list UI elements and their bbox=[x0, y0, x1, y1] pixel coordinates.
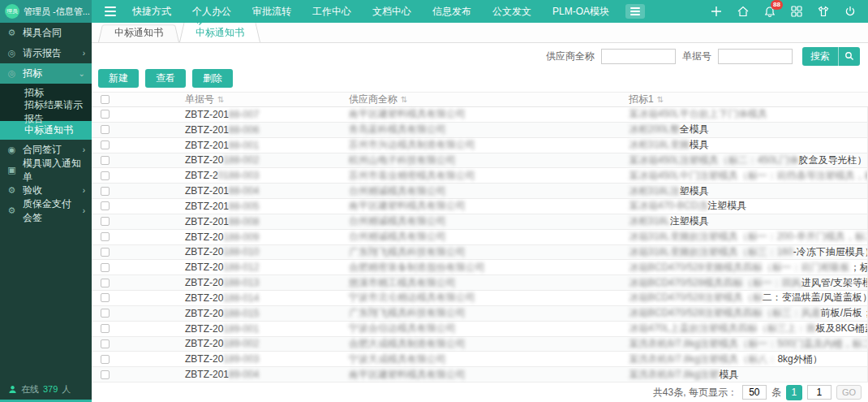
goto-page-input[interactable] bbox=[807, 385, 831, 400]
table-row[interactable]: ZBTZ-20188-004台州精诚模具有限公司冰柜318L注塑模具 bbox=[92, 184, 867, 199]
table-row[interactable]: ZBTZ-20188-003苏州市嘉业精密模具有限公司某冰箱450L中门注塑模具… bbox=[92, 168, 867, 184]
row-checkbox[interactable] bbox=[101, 324, 110, 333]
row-checkbox[interactable] bbox=[101, 370, 110, 379]
table-row[interactable]: ZBTZ-20188-008台州精诚模具有限公司冰柜318L注塑模具 bbox=[92, 214, 867, 230]
circle-icon: ◎ bbox=[6, 68, 17, 79]
apps-grid-icon[interactable] bbox=[790, 5, 803, 18]
sidebar-subitem[interactable]: 招标结果请示报告 bbox=[0, 102, 92, 121]
table-row[interactable]: ZBTZ-20188-002杭州山电子科技有限公司某冰箱450L注塑模具（标二：… bbox=[92, 153, 867, 169]
sort-icon[interactable]: ⇅ bbox=[657, 95, 664, 104]
table-row[interactable]: ZBTZ-20188-015广东翔飞模具科技有限公司冰箱BCD470/528注塑… bbox=[92, 306, 867, 322]
table-row[interactable]: ZBTZ-20189-002合肥大成模具制造有限公司某洗衣机6/7.8kg注塑模… bbox=[92, 337, 867, 352]
home-icon[interactable] bbox=[737, 5, 750, 18]
row-checkbox[interactable] bbox=[101, 140, 110, 149]
cell-docno: ZBTZ-20188-005 bbox=[118, 201, 304, 212]
sidebar-item[interactable]: ⚙模具合同 bbox=[0, 23, 92, 43]
row-checkbox[interactable] bbox=[101, 339, 110, 348]
row-checkbox[interactable] bbox=[101, 156, 110, 165]
chevron-down-icon: ⌄ bbox=[79, 69, 85, 78]
sidebar-item[interactable]: ⚙质保金支付会签› bbox=[0, 201, 92, 221]
delete-button[interactable]: 删除 bbox=[192, 69, 233, 88]
docno-prefix: ZBTZ-201 bbox=[185, 109, 229, 120]
chevron-right-icon: › bbox=[83, 49, 85, 58]
row-checkbox[interactable] bbox=[101, 125, 110, 134]
topnav-item[interactable]: 公文发文 bbox=[492, 5, 531, 19]
cell-docno: ZBTZ-20188-007 bbox=[118, 109, 304, 120]
row-checkbox[interactable] bbox=[101, 293, 110, 302]
cell-supplier: 南平区建塑料模具有限公司 bbox=[304, 368, 584, 382]
cell-supplier: 慈溪市精工模具有限公司 bbox=[304, 276, 584, 290]
select-all-checkbox[interactable] bbox=[101, 95, 110, 104]
table-row[interactable]: ZBTZ-20189-001宁波合信达模具有限公司冰箱470L上盖款注塑模具四标… bbox=[92, 322, 867, 337]
topnav-item[interactable]: 信息发布 bbox=[432, 5, 471, 19]
table-row[interactable]: ZBTZ-20188-007南平区建塑料模具有限公司某冰箱450L平台款上下门体… bbox=[92, 107, 867, 123]
supplier-redacted: 宁波天成模具有限公司 bbox=[349, 353, 446, 365]
row-checkbox[interactable] bbox=[101, 201, 110, 210]
topnav-item[interactable]: 审批流转 bbox=[252, 5, 291, 19]
current-page-button[interactable]: 1 bbox=[786, 385, 802, 400]
page-size-input[interactable] bbox=[742, 385, 767, 400]
cell-supplier: 杭州山电子科技有限公司 bbox=[304, 153, 584, 167]
table-row[interactable]: ZBTZ-20189-004南平区建塑料模具有限公司某洗衣机6/7.8kg注塑模… bbox=[92, 367, 867, 383]
bid-text: 模具 bbox=[690, 139, 709, 150]
new-button[interactable]: 新建 bbox=[98, 69, 139, 88]
theme-shirt-icon[interactable] bbox=[817, 5, 830, 18]
row-checkbox[interactable] bbox=[101, 187, 110, 196]
row-checkbox[interactable] bbox=[101, 309, 110, 318]
cell-bid: 冰箱BCD470/528注塑模具（标二：变温烘盖/风道盖板） bbox=[584, 291, 867, 305]
add-icon[interactable] bbox=[710, 5, 723, 18]
table-row[interactable]: ZBTZ-20188-010广东翔飞模具科技有限公司冰箱318L变频款注塑模具（… bbox=[92, 245, 867, 261]
table-row[interactable]: ZBTZ-20188-006青岛蓝科模具有限公司冰柜200L整全模具 bbox=[92, 123, 867, 138]
search-button[interactable]: 搜索 bbox=[802, 47, 860, 66]
bid-text: 全模具 bbox=[680, 123, 709, 135]
user-block[interactable]: 理员 管理员 -信息管... bbox=[0, 0, 92, 23]
view-button[interactable]: 查看 bbox=[145, 69, 186, 88]
topnav-item[interactable]: PLM-OA模块 bbox=[552, 5, 609, 19]
docno-input[interactable] bbox=[718, 49, 793, 64]
sidebar-item[interactable]: ◎招标⌄ bbox=[0, 63, 92, 84]
table-row[interactable]: ZBTZ-20189-003宁波天成模具有限公司某洗衣机6/7.8kg注塑模具（… bbox=[92, 352, 867, 367]
row-checkbox[interactable] bbox=[101, 355, 110, 364]
topnav-item[interactable]: 个人办公 bbox=[192, 5, 231, 19]
row-checkbox[interactable] bbox=[101, 171, 110, 180]
filter-row: 供应商全称 单据号 搜索 bbox=[92, 46, 868, 66]
row-checkbox[interactable] bbox=[101, 232, 110, 241]
cell-docno: ZBTZ-20188-004 bbox=[118, 185, 304, 197]
row-checkbox[interactable] bbox=[101, 263, 110, 272]
avatar[interactable]: 理员 bbox=[5, 4, 19, 19]
notifications-bell-icon[interactable]: 88 bbox=[763, 5, 776, 18]
gear-icon: ⚙ bbox=[6, 28, 17, 38]
table-row[interactable]: ZBTZ-20188-001苏州市兴达模具制造有限公司冰柜318L变频模具 bbox=[92, 138, 867, 153]
logout-power-icon[interactable] bbox=[844, 5, 857, 18]
more-menus-icon[interactable] bbox=[625, 4, 645, 19]
sort-icon[interactable]: ⇅ bbox=[217, 95, 224, 104]
sort-icon[interactable]: ⇅ bbox=[401, 95, 407, 104]
target-icon: ◉ bbox=[6, 145, 17, 155]
row-checkbox[interactable] bbox=[101, 279, 110, 287]
docno-prefix: ZBTZ-201 bbox=[185, 185, 229, 197]
table-row[interactable]: ZBTZ-20188-009台州精诚模具有限公司冰箱318L变频款注塑模具（标一… bbox=[92, 230, 867, 245]
supplier-input[interactable] bbox=[601, 49, 676, 64]
tab-zhongbiao-list[interactable]: 中标通知书 bbox=[98, 23, 179, 42]
table-row[interactable]: ZBTZ-20188-013慈溪市精工模具有限公司冰箱BCD470/528模具四… bbox=[92, 275, 867, 291]
bid-redacted: 某冰箱450L注塑模具（标二：450L门体 bbox=[629, 154, 798, 166]
table-row[interactable]: ZBTZ-20188-014宁波市北仑精达模具有限公司冰箱BCD470/528注… bbox=[92, 291, 867, 306]
table-row[interactable]: ZBTZ-20188-005南平区建塑料模具有限公司某冰箱470-BCD冻注塑模… bbox=[92, 199, 867, 214]
bid-text: 注塑模具 bbox=[670, 215, 709, 227]
cell-bid: 某洗衣机6/7.8kg注塑模具（标八：8kg外桶） bbox=[584, 352, 867, 366]
sidebar-item[interactable]: ▣模具调入通知单 bbox=[0, 160, 92, 180]
bid-redacted: 某洗衣机6/7.8kg注塑模具（标八： bbox=[629, 353, 777, 365]
cell-supplier: 宁波合信达模具有限公司 bbox=[304, 322, 584, 335]
docno-redacted: 188-002 bbox=[223, 154, 259, 166]
row-checkbox[interactable] bbox=[101, 248, 110, 257]
cell-docno: ZBTZ-20188-015 bbox=[118, 308, 304, 319]
topnav-item[interactable]: 工作中心 bbox=[312, 5, 351, 19]
table-row[interactable]: ZBTZ-20188-012合肥精密装备制造股份有限公司冰箱BCD470/528… bbox=[92, 260, 867, 275]
topnav-item[interactable]: 文档中心 bbox=[372, 5, 411, 19]
row-checkbox[interactable] bbox=[101, 217, 110, 226]
row-checkbox[interactable] bbox=[101, 110, 110, 119]
go-button[interactable]: GO bbox=[836, 385, 862, 400]
sidebar-item[interactable]: ◎请示报告› bbox=[0, 43, 92, 63]
topnav-item[interactable]: 快捷方式 bbox=[132, 5, 171, 19]
menu-toggle-icon[interactable] bbox=[101, 3, 119, 19]
